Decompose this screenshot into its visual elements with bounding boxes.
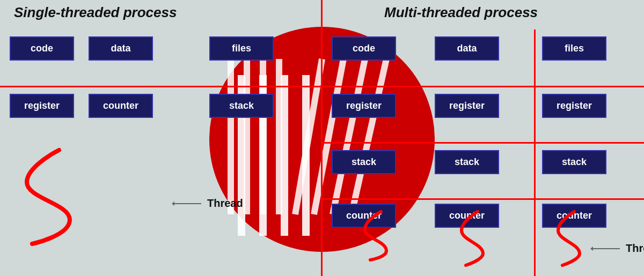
right-col3-stack-box: stack <box>542 150 606 174</box>
left-files-label: files <box>209 36 274 61</box>
right-thread-text: Thread <box>626 242 644 255</box>
left-files-box: files <box>209 36 274 61</box>
right-col2-stack-box: stack <box>435 150 499 174</box>
left-register-label: register <box>10 94 74 118</box>
right-col3-files-label: files <box>542 36 606 61</box>
left-counter-box: counter <box>89 94 153 118</box>
left-counter-label: counter <box>89 94 153 118</box>
right-col2-stack-label: stack <box>435 150 499 174</box>
right-col2-register-label: register <box>435 94 499 118</box>
center-squiggle <box>354 209 397 263</box>
right-thread-label: Thread <box>590 242 644 255</box>
h-line-right-1 <box>322 86 644 87</box>
right-col3-stack-label: stack <box>542 150 606 174</box>
center-divider <box>321 0 323 276</box>
h-line-right-2 <box>322 142 644 144</box>
left-title: Single-threaded process <box>5 0 185 27</box>
right-title: Multi-threaded process <box>376 0 546 27</box>
left-thread-text: Thread <box>207 197 243 210</box>
svg-line-7 <box>352 59 386 214</box>
left-thread-label: Thread <box>172 197 243 210</box>
right-col1-register-box: register <box>332 94 396 118</box>
main-container: Single-threaded process Multi-threaded p… <box>0 0 644 276</box>
left-data-box: data <box>89 36 153 61</box>
right-col3-register-label: register <box>542 94 606 118</box>
right-col2-register-box: register <box>435 94 499 118</box>
svg-marker-11 <box>590 247 593 251</box>
right-col1-stack-box: stack <box>332 150 396 174</box>
right-col3-register-box: register <box>542 94 606 118</box>
left-register-box: register <box>10 94 74 118</box>
right-col1-code-label: code <box>332 36 396 61</box>
right-squiggle-1 <box>451 209 494 268</box>
left-stack-box: stack <box>209 94 274 118</box>
left-data-label: data <box>89 36 153 61</box>
left-arrow-icon <box>172 198 204 209</box>
right-arrow-icon <box>590 243 623 254</box>
h-line-left <box>0 86 322 87</box>
h-line-right-3 <box>322 198 644 200</box>
left-squiggle <box>16 145 80 252</box>
right-col3-files-box: files <box>542 36 606 61</box>
left-code-box: code <box>10 36 74 61</box>
left-stack-label: stack <box>209 94 274 118</box>
left-code-label: code <box>10 36 74 61</box>
right-col1-code-box: code <box>332 36 396 61</box>
right-col1-register-label: register <box>332 94 396 118</box>
right-col1-stack-label: stack <box>332 150 396 174</box>
right-col2-data-box: data <box>435 36 499 61</box>
v-line-right-1 <box>534 29 536 276</box>
right-col2-data-label: data <box>435 36 499 61</box>
svg-marker-9 <box>172 202 174 206</box>
right-squiggle-2 <box>547 209 590 268</box>
